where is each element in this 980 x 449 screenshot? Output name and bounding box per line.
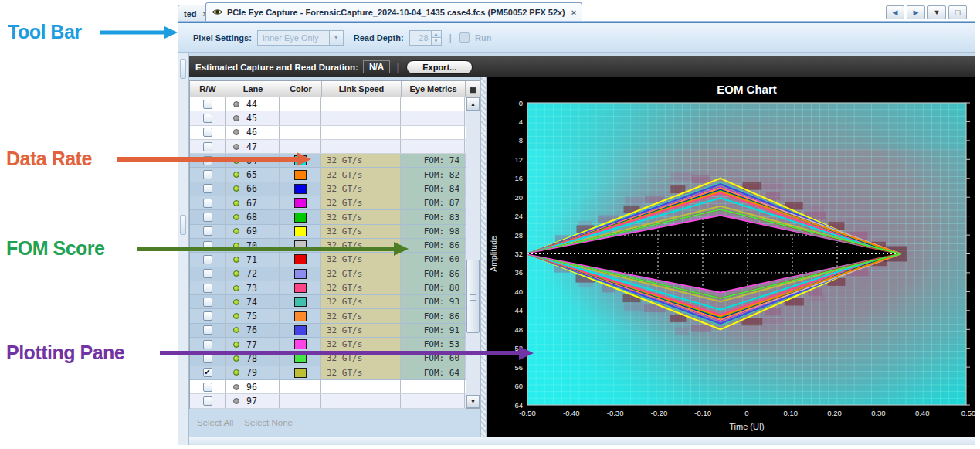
table-row[interactable]: 97 (190, 394, 466, 408)
table-row[interactable]: 69 32 GT/s FOM: 98 (190, 225, 466, 239)
rw-checkbox[interactable]: ✔ (203, 156, 212, 165)
table-row[interactable]: 75 32 GT/s FOM: 86 (190, 309, 466, 323)
svg-text:24: 24 (514, 212, 523, 220)
tab-close-icon[interactable]: × (571, 8, 576, 17)
scroll-down-icon[interactable]: ▼ (466, 395, 480, 408)
scrollbar-thumb[interactable] (466, 260, 480, 333)
rw-checkbox[interactable] (203, 114, 212, 123)
svg-text:64: 64 (514, 401, 523, 410)
pane-splitter[interactable] (480, 77, 487, 445)
lane-status-led (233, 355, 239, 362)
rw-cell (190, 352, 226, 365)
lane-status-led (233, 243, 239, 249)
rw-checkbox[interactable] (203, 396, 212, 406)
spinner-down-icon[interactable]: ▼ (432, 38, 441, 45)
tab-list-menu-button[interactable]: ▼ (927, 5, 946, 19)
tab-scroll-right-button[interactable]: ▶ (907, 5, 925, 19)
export-button[interactable]: Export... (406, 60, 473, 74)
color-cell (280, 324, 321, 337)
table-row[interactable]: ✔ 79 32 GT/s FOM: 64 (190, 366, 466, 380)
pixel-settings-dropdown[interactable]: Inner Eye Only ▼ (257, 30, 344, 46)
eye-metrics-cell: FOM: 74 (401, 154, 465, 167)
rw-checkbox[interactable]: ✔ (203, 368, 212, 377)
svg-text:0.10: 0.10 (784, 409, 799, 417)
table-row[interactable]: 74 32 GT/s FOM: 93 (190, 295, 466, 309)
select-none-link[interactable]: Select None (244, 418, 293, 427)
rw-checkbox[interactable] (203, 284, 212, 293)
table-row[interactable]: 65 32 GT/s FOM: 82 (190, 168, 466, 182)
rw-checkbox[interactable] (203, 241, 212, 250)
rw-checkbox[interactable] (203, 213, 212, 222)
column-header-eye-metrics[interactable]: Eye Metrics (402, 81, 466, 97)
eye-metrics-cell (401, 394, 465, 407)
table-row[interactable]: 71 32 GT/s FOM: 60 (190, 253, 466, 267)
rw-checkbox[interactable] (203, 383, 212, 392)
table-row[interactable]: 47 (190, 140, 466, 154)
tab-bar: ted × PCIe Eye Capture - ForensicCapture… (178, 0, 975, 23)
color-cell (280, 267, 321, 281)
run-checkbox[interactable] (459, 32, 470, 43)
table-row[interactable]: 76 32 GT/s FOM: 91 (190, 324, 466, 338)
rw-checkbox[interactable] (203, 269, 212, 278)
panel-collapse-handle[interactable] (180, 59, 186, 79)
tab-pcie-eye-capture[interactable]: PCIe Eye Capture - ForensicCapture_2024-… (205, 2, 582, 22)
table-row[interactable]: 72 32 GT/s FOM: 86 (190, 267, 466, 281)
rw-checkbox[interactable] (203, 170, 212, 179)
rw-checkbox[interactable] (203, 311, 212, 321)
rw-checkbox[interactable] (203, 199, 212, 208)
table-row[interactable]: 96 (190, 380, 466, 394)
table-row[interactable]: 77 32 GT/s FOM: 53 (190, 338, 466, 352)
lane-status-led (233, 384, 239, 390)
color-cell (280, 111, 321, 124)
scroll-up-icon[interactable]: ▲ (466, 97, 480, 111)
lane-cell: 77 (226, 338, 280, 351)
table-row[interactable]: 73 32 GT/s FOM: 80 (190, 281, 466, 295)
lane-color-swatch (294, 213, 307, 223)
rw-checkbox[interactable] (203, 298, 212, 307)
rw-checkbox[interactable] (203, 255, 212, 264)
eye-metrics-cell (401, 111, 465, 124)
lane-status-led (233, 299, 239, 305)
lane-number: 75 (246, 311, 257, 321)
table-row[interactable]: 44 (190, 97, 466, 111)
rw-checkbox[interactable] (203, 354, 212, 363)
table-row[interactable]: 68 32 GT/s FOM: 83 (190, 210, 466, 224)
table-row[interactable]: 70 32 GT/s FOM: 86 (190, 239, 466, 253)
lane-status-led (233, 228, 239, 234)
panel-collapse-handle[interactable] (180, 215, 186, 235)
rw-checkbox[interactable] (203, 184, 212, 193)
link-speed-cell (321, 380, 401, 393)
rw-checkbox[interactable] (203, 226, 212, 236)
select-all-link[interactable]: Select All (197, 418, 233, 427)
rw-checkbox[interactable] (203, 100, 212, 109)
column-header-color[interactable]: Color (280, 81, 322, 97)
table-row[interactable]: 66 32 GT/s FOM: 84 (190, 182, 466, 196)
maximize-button[interactable]: □ (948, 5, 967, 19)
svg-text:36: 36 (514, 268, 523, 277)
table-row[interactable]: 78 32 GT/s FOM: 60 (190, 352, 466, 366)
read-depth-stepper[interactable]: 28 ▲ ▼ (409, 30, 442, 46)
table-row[interactable]: ✔ 64 32 GT/s FOM: 74 (190, 154, 466, 168)
chevron-down-icon[interactable]: ▼ (329, 31, 343, 45)
rw-checkbox[interactable] (203, 325, 212, 335)
link-speed-cell (321, 97, 401, 111)
table-row[interactable]: 45 (190, 111, 466, 125)
tab-scroll-left-button[interactable]: ◀ (886, 5, 904, 19)
rw-checkbox[interactable] (203, 142, 212, 151)
eye-metrics-cell (401, 140, 465, 153)
table-row[interactable]: 46 (190, 126, 466, 140)
link-speed-cell: 32 GT/s (321, 352, 401, 365)
rw-checkbox[interactable] (203, 128, 212, 137)
rw-checkbox[interactable] (203, 340, 212, 349)
app-window: ted × PCIe Eye Capture - ForensicCapture… (178, 0, 975, 445)
lane-cell: 68 (226, 210, 280, 223)
column-picker-icon[interactable]: ▦ (466, 81, 480, 97)
column-header-lane[interactable]: Lane (226, 81, 280, 97)
column-header-link-speed[interactable]: Link Speed (322, 81, 402, 97)
table-scrollbar[interactable]: ▲ ▼ (466, 97, 480, 409)
spinner-up-icon[interactable]: ▲ (432, 31, 441, 39)
column-header-rw[interactable]: R/W (190, 81, 226, 97)
svg-text:40: 40 (514, 287, 523, 296)
table-row[interactable]: 67 32 GT/s FOM: 87 (190, 196, 466, 210)
rw-cell (190, 97, 226, 111)
